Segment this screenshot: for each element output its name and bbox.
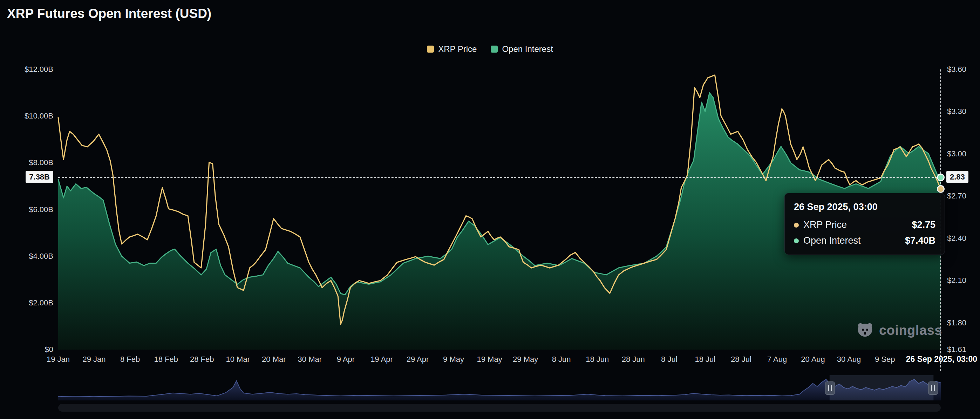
x-axis-tick: 29 May xyxy=(513,355,538,364)
x-axis-tick: 9 May xyxy=(443,355,464,364)
legend-item-open-interest[interactable]: Open Interest xyxy=(491,44,553,54)
current-price-axis-label: 2.83 xyxy=(947,171,969,183)
x-axis-tick: 9 Apr xyxy=(337,355,355,364)
x-axis-tick: 30 Mar xyxy=(298,355,322,364)
grip-icon xyxy=(931,385,932,391)
grip-icon xyxy=(831,385,832,391)
right-axis-tick: $2.40 xyxy=(947,234,966,243)
coinglass-watermark: coinglass xyxy=(856,321,942,339)
navigator-selection[interactable] xyxy=(830,375,934,400)
x-axis-tick: 7 Aug xyxy=(767,355,787,364)
x-axis-tick: 28 Jun xyxy=(622,355,645,364)
tooltip-date: 26 Sep 2025, 03:00 xyxy=(794,202,935,212)
tooltip-row-open-interest: Open Interest $7.40B xyxy=(794,235,935,246)
x-axis-tick: 18 Feb xyxy=(154,355,178,364)
x-axis-tick: 18 Jun xyxy=(586,355,609,364)
x-axis-tick: 9 Sep xyxy=(875,355,895,364)
x-axis-tick: 19 Apr xyxy=(371,355,393,364)
coinglass-chart-page: XRP Futures Open Interest (USD) XRP Pric… xyxy=(0,0,980,419)
horizontal-scrollbar[interactable] xyxy=(58,404,941,412)
x-axis-tick: 29 Apr xyxy=(407,355,429,364)
left-axis-tick: $12.00B xyxy=(0,65,53,74)
x-axis-tick: 28 Jul xyxy=(731,355,751,364)
x-axis-tick: 8 Feb xyxy=(120,355,140,364)
x-axis-current-date-label: 26 Sep 2025, 03:00 xyxy=(906,354,977,364)
right-axis-tick: $3.60 xyxy=(947,65,966,74)
x-axis-tick: 19 Jan xyxy=(47,355,70,364)
timeline-navigator[interactable] xyxy=(58,375,941,400)
xrp-price-swatch-icon xyxy=(427,46,434,53)
current-oi-crosshair-line xyxy=(58,177,941,178)
x-axis-tick: 18 Jul xyxy=(695,355,716,364)
grip-icon xyxy=(934,385,935,391)
tooltip-value-open-interest: $7.40B xyxy=(905,235,935,246)
navigator-area xyxy=(58,379,941,400)
open-interest-swatch-icon xyxy=(491,46,498,53)
x-axis-tick: 8 Jun xyxy=(552,355,571,364)
legend-label-open-interest: Open Interest xyxy=(502,44,553,54)
xrp-price-dot-icon xyxy=(794,223,799,228)
x-axis-tick: 29 Jan xyxy=(83,355,106,364)
x-axis-tick: 30 Aug xyxy=(837,355,861,364)
x-axis-tick: 20 Mar xyxy=(262,355,286,364)
grip-icon xyxy=(828,385,829,391)
open-interest-dot-icon xyxy=(794,239,799,243)
xrp-price-current-dot-icon xyxy=(937,185,945,193)
left-axis-tick: $10.00B xyxy=(0,112,53,121)
x-axis-tick: 19 May xyxy=(477,355,502,364)
tooltip-value-xrp-price: $2.75 xyxy=(912,220,935,230)
x-axis-tick: 8 Jul xyxy=(661,355,677,364)
right-axis-tick: $1.61 xyxy=(947,345,966,354)
coinglass-bear-logo-icon xyxy=(856,321,874,339)
chart-tooltip: 26 Sep 2025, 03:00 XRP Price $2.75 Open … xyxy=(784,193,945,255)
current-oi-axis-label: 7.38B xyxy=(25,171,53,183)
tooltip-label-xrp-price: XRP Price xyxy=(803,220,847,230)
left-axis-tick: $6.00B xyxy=(0,205,53,214)
right-axis-tick: $2.70 xyxy=(947,191,966,201)
legend-label-xrp-price: XRP Price xyxy=(438,44,477,54)
right-axis-tick: $3.00 xyxy=(947,149,966,158)
tooltip-label-open-interest: Open Interest xyxy=(803,235,861,246)
x-axis-tick: 28 Feb xyxy=(190,355,214,364)
open-interest-current-dot-icon xyxy=(937,174,945,181)
page-title: XRP Futures Open Interest (USD) xyxy=(7,6,212,21)
left-axis-tick: $4.00B xyxy=(0,252,53,261)
watermark-text: coinglass xyxy=(879,323,942,338)
navigator-left-handle[interactable] xyxy=(825,381,835,395)
right-axis-tick: $1.80 xyxy=(947,319,966,328)
navigator-right-handle[interactable] xyxy=(928,381,938,395)
left-axis-tick: $2.00B xyxy=(0,298,53,307)
chart-legend: XRP Price Open Interest xyxy=(0,44,980,54)
x-axis-tick: 20 Aug xyxy=(801,355,825,364)
right-axis-tick: $2.10 xyxy=(947,276,966,285)
legend-item-xrp-price[interactable]: XRP Price xyxy=(427,44,477,54)
right-axis-tick: $3.30 xyxy=(947,107,966,116)
left-axis-tick: $8.00B xyxy=(0,158,53,167)
left-axis-tick: $0 xyxy=(0,345,53,354)
tooltip-row-xrp-price: XRP Price $2.75 xyxy=(794,220,935,230)
x-axis-tick: 10 Mar xyxy=(226,355,250,364)
